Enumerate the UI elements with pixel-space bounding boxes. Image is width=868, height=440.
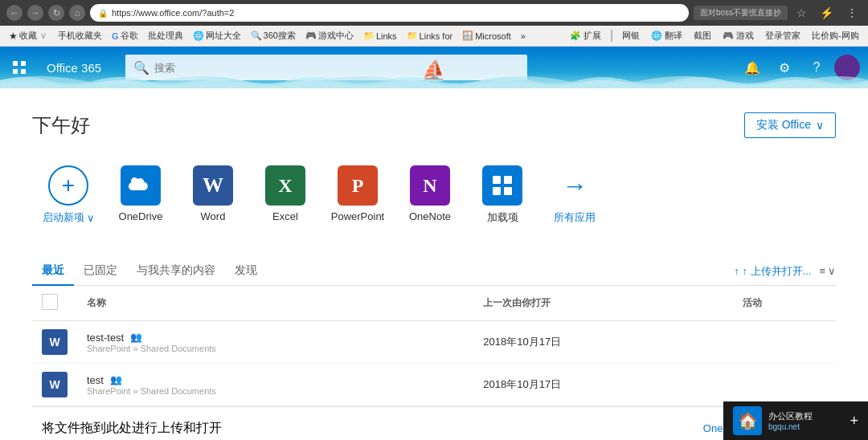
promo-badge: 🏠 办公区教程 bgqu.net +	[723, 401, 868, 440]
addins-button[interactable]: 加载项	[466, 157, 538, 233]
onedrive-label: OneDrive	[119, 210, 163, 222]
badge-plus-button[interactable]: +	[850, 413, 858, 430]
drop-zone: 将文件拖到此处进行上传和打开 OneDrive 中的更多内容 →	[32, 406, 836, 440]
bookmark-more[interactable]: »	[517, 30, 530, 43]
word-app-button[interactable]: W Word	[177, 157, 249, 230]
file-type-icon-cell: W	[32, 321, 77, 364]
file-name: test-test	[87, 332, 124, 344]
install-office-button[interactable]: 安装 Office ∨	[744, 112, 836, 138]
bookmark-favorites[interactable]: ★ 收藏 ∨	[5, 28, 52, 43]
bookmarks-bar: ★ 收藏 ∨ 手机收藏夹 G 谷歌 批处理典 🌐 网址大全 🔍 360搜索 🎮 …	[0, 26, 868, 47]
table-row[interactable]: W test 👥 SharePoint » Shared Documents 2	[32, 364, 836, 406]
bookmark-links-for[interactable]: 📁 Links for	[403, 29, 457, 43]
all-apps-label: 所有应用	[554, 210, 596, 225]
shared-icon: 👥	[110, 374, 122, 385]
grid-icon	[13, 61, 26, 74]
header-search[interactable]: 🔍	[125, 55, 527, 80]
sort-button[interactable]: ≡ ∨	[819, 265, 836, 277]
star-icon[interactable]: ☆	[792, 5, 811, 21]
col-name-header: 名称	[77, 286, 473, 321]
file-name-cell: test-test 👥 SharePoint » Shared Document…	[77, 321, 473, 364]
url-bar[interactable]: 🔒 https://www.office.com/?auth=2	[90, 4, 689, 22]
bookmark-microsoft[interactable]: 🪟 Microsoft	[458, 29, 515, 43]
onedrive-app-button[interactable]: OneDrive	[104, 157, 177, 230]
excel-label: Excel	[272, 210, 298, 222]
onenote-label: OneNote	[409, 210, 451, 222]
bookmark-batch[interactable]: 批处理典	[144, 28, 187, 43]
chevron-down-icon: ∨	[816, 119, 824, 132]
files-table: 名称 上一次由你打开 活动 W test-test 👥	[32, 286, 836, 406]
forward-button[interactable]: →	[27, 5, 43, 21]
excel-icon: X	[265, 165, 305, 206]
new-icon: +	[48, 165, 88, 206]
header-right: 🔔 ⚙ ?	[738, 53, 868, 82]
bookmark-price[interactable]: 比价购-网购	[808, 28, 863, 43]
excel-app-button[interactable]: X Excel	[249, 157, 321, 230]
bell-button[interactable]: 🔔	[738, 53, 767, 82]
upload-icon: ↑	[734, 265, 739, 277]
apps-grid-button[interactable]	[0, 47, 39, 88]
extensions-icon[interactable]: ⚡	[816, 5, 837, 21]
bookmark-login[interactable]: 登录管家	[761, 28, 805, 43]
tabs-actions: ↑ ↑ 上传并打开... ≡ ∨	[734, 264, 836, 279]
file-name-cell: test 👥 SharePoint » Shared Documents	[77, 364, 473, 406]
home-button[interactable]: ⌂	[69, 5, 85, 21]
bookmark-netbank[interactable]: 网银	[618, 28, 644, 43]
tab-discover[interactable]: 发现	[225, 257, 267, 286]
new-chevron-icon: ∨	[87, 212, 95, 224]
bookmark-games2[interactable]: 🎮 游戏	[719, 28, 758, 43]
office-logo[interactable]: Office 365	[39, 61, 109, 75]
svg-rect-7	[504, 187, 512, 195]
addins-label: 加载项	[487, 210, 518, 225]
browser-chrome: ← → ↻ ⌂ 🔒 https://www.office.com/?auth=2…	[0, 0, 868, 26]
tab-recent[interactable]: 最近	[32, 257, 74, 286]
help-button[interactable]: ?	[802, 53, 831, 82]
file-activity-cell	[733, 321, 836, 364]
tab-shared[interactable]: 与我共享的内容	[127, 257, 225, 286]
powerpoint-app-button[interactable]: P PowerPoint	[321, 157, 394, 230]
tabs-row: 最近 已固定 与我共享的内容 发现 ↑ ↑ 上传并打开... ≡ ∨	[32, 257, 836, 286]
settings-button[interactable]: ⚙	[770, 53, 799, 82]
star-icon: ★	[9, 31, 18, 42]
bookmark-mobile[interactable]: 手机收藏夹	[54, 28, 106, 43]
badge-site: bgqu.net	[768, 422, 813, 431]
bookmark-extensions[interactable]: 🧩 扩展	[566, 28, 605, 43]
bookmark-games[interactable]: 🎮 游戏中心	[301, 28, 358, 43]
file-opened-cell: 2018年10月17日	[473, 364, 733, 406]
badge-logo-icon: 🏠	[733, 406, 762, 435]
all-apps-button[interactable]: → 所有应用	[538, 157, 611, 233]
greeting-text: 下午好	[32, 112, 90, 138]
file-path: SharePoint » Shared Documents	[87, 386, 216, 396]
office-header: Office 365 ⛵ 🔍 🔔 ⚙ ?	[0, 47, 868, 88]
word-icon: W	[193, 165, 233, 206]
file-opened-cell: 2018年10月17日	[473, 321, 733, 364]
word-file-icon: W	[42, 372, 68, 397]
new-button[interactable]: + 启动新项 ∨	[32, 157, 104, 233]
install-office-label: 安装 Office	[756, 118, 811, 132]
bookmark-nav[interactable]: 🌐 网址大全	[189, 28, 245, 43]
search-icon: 🔍	[133, 60, 149, 75]
file-type-icon-cell: W	[32, 364, 77, 406]
avatar[interactable]	[834, 55, 860, 80]
refresh-button[interactable]: ↻	[48, 5, 64, 21]
sort-chevron-icon: ∨	[828, 265, 836, 277]
onenote-app-button[interactable]: N OneNote	[394, 157, 466, 230]
upload-button[interactable]: ↑ ↑ 上传并打开...	[734, 264, 811, 279]
powerpoint-icon: P	[338, 165, 378, 206]
boat-decoration: ⛵	[422, 59, 446, 82]
bookmark-links[interactable]: 📁 Links	[359, 29, 401, 43]
word-label: Word	[201, 210, 226, 222]
drop-zone-text: 将文件拖到此处进行上传和打开	[42, 420, 222, 437]
sort-icon: ≡	[819, 265, 825, 277]
bookmark-360[interactable]: 🔍 360搜索	[247, 28, 300, 43]
bookmark-translate[interactable]: 🌐 翻译	[647, 28, 686, 43]
menu-icon[interactable]: ⋮	[842, 5, 862, 21]
back-button[interactable]: ←	[6, 5, 23, 21]
table-row[interactable]: W test-test 👥 SharePoint » Shared Docume…	[32, 321, 836, 364]
tab-pinned[interactable]: 已固定	[74, 257, 127, 286]
bookmark-screenshot[interactable]: 截图	[690, 28, 715, 43]
lock-icon: 🔒	[98, 9, 108, 18]
search-input[interactable]	[154, 62, 519, 74]
onedrive-icon	[121, 165, 161, 206]
bookmark-google[interactable]: G 谷歌	[108, 28, 142, 43]
